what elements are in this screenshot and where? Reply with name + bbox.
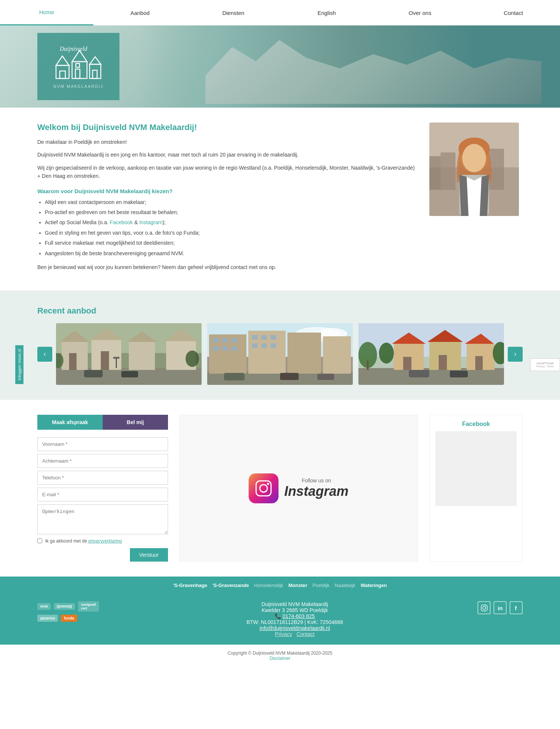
agent-photo-container bbox=[429, 123, 523, 276]
instagram-section: Follow us on Instagram bbox=[179, 415, 418, 562]
carousel-item[interactable] bbox=[56, 323, 202, 385]
footer-cities-bar: 'S-Gravenhage 'S-Gravenzande Honselersdi… bbox=[0, 577, 560, 594]
lastname-input[interactable] bbox=[37, 454, 168, 468]
instagram-widget: Follow us on Instagram bbox=[237, 462, 360, 515]
recent-title: Recent aanbod bbox=[37, 306, 523, 316]
svg-rect-81 bbox=[409, 370, 429, 377]
svg-point-87 bbox=[483, 606, 486, 609]
svg-rect-79 bbox=[475, 356, 483, 370]
svg-point-84 bbox=[260, 485, 267, 492]
footer-left-logos: NVM |||NWWI||| vastgoedcert pararius fun… bbox=[37, 601, 112, 622]
footer-phone-link[interactable]: 0174-603 825 bbox=[283, 613, 315, 619]
nav-item-diensten[interactable]: Diensten bbox=[187, 0, 280, 25]
footer-bottom: Copyright © Duijnisveld NVM Makelaardij … bbox=[0, 645, 560, 667]
footer-center: Duijnisveld NVM Makelaardij Kwelder 3 26… bbox=[112, 601, 477, 637]
instagram-link[interactable]: Instagram bbox=[139, 219, 162, 225]
ig-follow-row: Follow us on Instagram bbox=[249, 473, 348, 503]
carousel-next-button[interactable]: › bbox=[508, 347, 523, 362]
logo-pararius: pararius bbox=[37, 615, 58, 622]
phone-icon: 📞 bbox=[275, 613, 283, 619]
list-item: Aangesloten bij de beste brancheverenigi… bbox=[45, 249, 418, 257]
footer-links: Privacy Contact bbox=[112, 631, 477, 637]
agent-photo bbox=[429, 123, 519, 216]
svg-rect-62 bbox=[224, 373, 245, 380]
hero-banner: Duijnisveld NVM MAKELAARDIJ bbox=[0, 25, 560, 108]
footer-company-name: Duijnisveld NVM Makelaardij bbox=[112, 601, 477, 607]
hero-logo-box: Duijnisveld NVM MAKELAARDIJ bbox=[37, 33, 119, 100]
svg-rect-35 bbox=[121, 371, 138, 377]
hero-logo-sub: NVM MAKELAARDIJ bbox=[53, 84, 103, 89]
city-link-monster[interactable]: Monster bbox=[289, 583, 308, 588]
svg-rect-56 bbox=[252, 335, 258, 340]
facebook-social-icon[interactable]: f bbox=[510, 601, 523, 614]
city-link-wateringen[interactable]: Wateringen bbox=[361, 583, 387, 588]
remarks-input[interactable] bbox=[37, 504, 168, 534]
copyright-text: Copyright © Duijnisveld NVM Makelaardij … bbox=[6, 651, 554, 656]
svg-rect-86 bbox=[481, 605, 487, 611]
para1-text: Duijnisveld NVM Makelaardij is een jong … bbox=[37, 151, 418, 159]
email-input[interactable] bbox=[37, 488, 168, 501]
footer-privacy-link[interactable]: Privacy bbox=[275, 631, 292, 637]
phone-input[interactable] bbox=[37, 471, 168, 485]
svg-rect-26 bbox=[69, 353, 77, 370]
svg-marker-1 bbox=[56, 56, 69, 65]
city-link-naaldwijk[interactable]: Naaldwijk bbox=[335, 583, 355, 588]
svg-rect-53 bbox=[213, 346, 218, 351]
svg-text:f: f bbox=[515, 605, 517, 611]
ig-brand-text: Instagram bbox=[284, 484, 348, 499]
carousel-item[interactable] bbox=[207, 323, 353, 385]
instagram-social-icon[interactable] bbox=[477, 601, 491, 614]
footer-contact-link[interactable]: Contact bbox=[296, 631, 314, 637]
list-item: Full service makelaar met mogelijkheid t… bbox=[45, 239, 418, 247]
facebook-title: Facebook bbox=[435, 421, 517, 427]
footer-flex: NVM |||NWWI||| vastgoedcert pararius fun… bbox=[0, 594, 560, 645]
linkedin-social-icon[interactable]: in bbox=[494, 601, 507, 614]
disclaimer-link[interactable]: Disclaimer bbox=[270, 656, 290, 661]
nav-item-aanbod[interactable]: Aanbod bbox=[93, 0, 187, 25]
list-item: Altijd een vast contactpersoon en makela… bbox=[45, 198, 418, 206]
tab-maak-afspraak[interactable]: Maak afspraak bbox=[37, 415, 103, 430]
ig-logo-icon bbox=[249, 473, 279, 503]
svg-marker-8 bbox=[90, 57, 101, 64]
city-link-poeldijk[interactable]: Poeldijk bbox=[312, 583, 330, 588]
facebook-link[interactable]: Facebook bbox=[110, 219, 133, 225]
submit-button[interactable]: Verstuur bbox=[130, 548, 168, 562]
svg-point-19 bbox=[462, 144, 486, 172]
svg-text:Duijnisveld: Duijnisveld bbox=[59, 46, 88, 52]
nav-item-over-ons[interactable]: Over ons bbox=[373, 0, 467, 25]
why-title: Waarom voor Duijnisveld NVM Makelaardij … bbox=[37, 188, 418, 194]
privacy-link[interactable]: privacyverklaring bbox=[88, 538, 122, 544]
welcome-title: Welkom bij Duijnisveld NVM Makelaardij! bbox=[37, 123, 418, 132]
svg-rect-2 bbox=[60, 71, 65, 78]
carousel-prev-button[interactable]: ‹ bbox=[37, 347, 52, 362]
list-item: Goed in styling en het geven van tips, v… bbox=[45, 229, 418, 237]
tab-buttons: Maak afspraak Bel mij bbox=[37, 415, 168, 430]
city-link-honselersdijk[interactable]: Honselersdijk bbox=[254, 583, 283, 588]
svg-rect-54 bbox=[222, 346, 228, 351]
firstname-input[interactable] bbox=[37, 437, 168, 451]
svg-rect-9 bbox=[93, 70, 97, 78]
welcome-text: Welkom bij Duijnisveld NVM Makelaardij! … bbox=[37, 123, 418, 276]
logo-vastgoed: vastgoedcert bbox=[78, 601, 99, 612]
nav-item-home[interactable]: Home bbox=[0, 0, 93, 25]
nav-item-contact[interactable]: Contact bbox=[467, 0, 560, 25]
svg-point-39 bbox=[186, 350, 199, 367]
svg-rect-7 bbox=[90, 64, 101, 78]
svg-rect-60 bbox=[261, 343, 267, 348]
footer-email-link[interactable]: info@duijnisveldmakelaardij.nl bbox=[259, 625, 330, 631]
nav-item-english[interactable]: English bbox=[280, 0, 373, 25]
city-link-sgravenhage[interactable]: 'S-Gravenhage bbox=[173, 583, 207, 588]
recent-section: Recent aanbod ‹ bbox=[0, 291, 560, 400]
svg-point-88 bbox=[485, 606, 486, 606]
tab-bel-mij[interactable]: Bel mij bbox=[103, 415, 168, 430]
sidebar-login[interactable]: Inloggen move.nl bbox=[15, 345, 24, 384]
why-list: Altijd een vast contactpersoon en makela… bbox=[45, 198, 418, 257]
city-link-sgravenzande[interactable]: 'S-Gravenzande bbox=[212, 583, 249, 588]
svg-rect-29 bbox=[101, 351, 109, 370]
svg-text:in: in bbox=[498, 605, 503, 611]
privacy-checkbox[interactable] bbox=[37, 538, 42, 543]
footer-address: Kwelder 3 2685 WD Poeldijk bbox=[112, 607, 477, 613]
carousel-item[interactable] bbox=[358, 323, 504, 385]
svg-point-85 bbox=[267, 483, 269, 485]
facebook-section: Facebook bbox=[429, 415, 523, 562]
